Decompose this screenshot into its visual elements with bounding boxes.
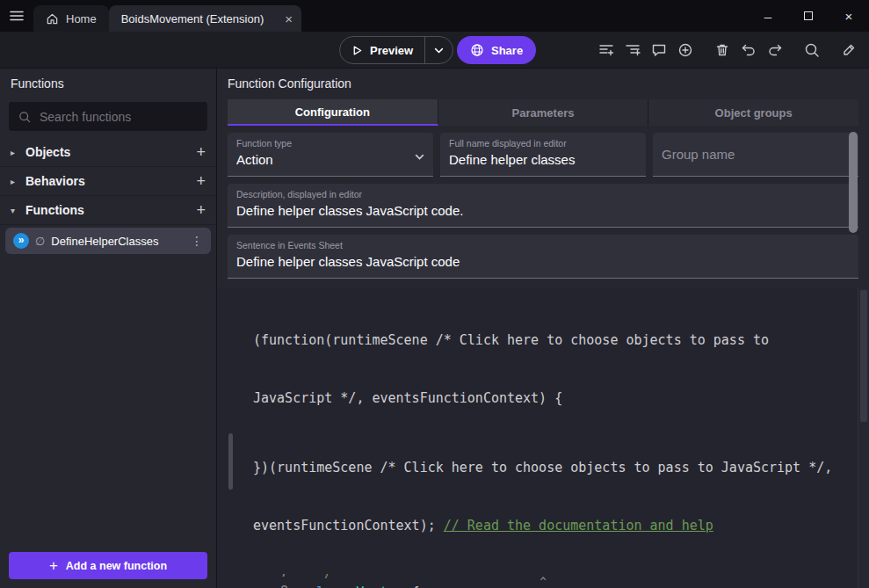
sidebar-title: Functions — [0, 69, 216, 97]
delete-button[interactable] — [709, 37, 735, 63]
pen-icon — [840, 41, 858, 59]
full-name-field[interactable]: Full name displayed in editor — [440, 133, 646, 177]
configuration-form: Function type Full name displayed in edi… — [217, 126, 869, 286]
undo-icon — [740, 41, 757, 59]
undo-button[interactable] — [735, 37, 762, 63]
add-new-function-label: Add a new function — [66, 560, 167, 572]
function-type-value[interactable] — [236, 152, 424, 167]
tree-section-label: Objects — [25, 145, 196, 159]
tab-project-label: BoidsMovement (Extension) — [121, 12, 264, 25]
search-input[interactable] — [40, 110, 199, 124]
function-configuration-panel: Function Configuration Configuration Par… — [217, 69, 869, 588]
tab-configuration[interactable]: Configuration — [228, 99, 438, 126]
functions-sidebar: Functions ▸ Objects + ▸ Behaviors + ▾ Fu… — [0, 69, 217, 588]
globe-icon — [470, 43, 484, 57]
sentence-label: Sentence in Events Sheet — [236, 240, 850, 250]
chevron-down-icon[interactable]: ▾ — [11, 206, 25, 215]
maximize-icon — [804, 11, 813, 20]
tab-home-label: Home — [66, 12, 97, 25]
comment-icon — [650, 41, 668, 59]
minimize-icon: – — [764, 9, 771, 24]
scroll-hint-icon: ^ — [540, 576, 546, 588]
tree-section-label: Behaviors — [25, 174, 196, 188]
documentation-link[interactable]: // Read the documentation and help — [444, 518, 713, 534]
minimize-button[interactable]: – — [748, 0, 788, 32]
full-name-label: Full name displayed in editor — [449, 138, 637, 149]
dropdown-caret-icon — [415, 152, 424, 162]
preview-button-group: Preview — [339, 36, 453, 64]
sidebar-item-objects[interactable]: ▸ Objects + — [0, 138, 216, 167]
search-icon — [803, 41, 821, 59]
choose-event-button[interactable] — [672, 37, 699, 63]
main-menu-button[interactable] — [0, 0, 33, 32]
close-tab-icon[interactable]: × — [285, 12, 293, 25]
share-button[interactable]: Share — [457, 36, 536, 64]
wrapper-line: (function(runtimeScene /* Click here to … — [253, 330, 816, 350]
function-type-select[interactable]: Function type — [228, 133, 433, 177]
redo-icon — [766, 41, 784, 59]
add-event-icon — [597, 41, 615, 59]
private-function-icon: ∅ — [35, 235, 45, 248]
add-circle-icon — [677, 41, 694, 59]
preview-button[interactable]: Preview — [340, 44, 424, 57]
description-input[interactable] — [236, 203, 850, 218]
code-wrapper-footer: })(runtimeScene /* Click here to choose … — [217, 417, 857, 574]
tab-project[interactable]: BoidsMovement (Extension) × — [109, 5, 301, 32]
tab-object-groups[interactable]: Object groups — [648, 99, 858, 126]
toolbar: Preview Share — [0, 32, 869, 69]
titlebar: Home BoidsMovement (Extension) × – × — [0, 0, 869, 32]
wrapper-line: JavaScript */, eventsFunctionContext) { — [253, 388, 816, 408]
trash-icon — [713, 41, 731, 59]
config-scrollbar-thumb[interactable] — [849, 132, 858, 233]
add-behavior-icon[interactable]: + — [196, 173, 206, 189]
edit-button[interactable] — [836, 37, 862, 63]
wrapper-line-text: eventsFunctionContext); — [253, 518, 444, 534]
sidebar-item-functions[interactable]: ▾ Functions + — [0, 196, 216, 225]
function-type-label: Function type — [236, 138, 424, 149]
app-window: Home BoidsMovement (Extension) × – × Pre… — [0, 0, 869, 588]
code-text[interactable]: class Vector { — [302, 582, 825, 588]
add-new-function-button[interactable]: + Add a new function — [9, 552, 207, 579]
sentence-field[interactable]: Sentence in Events Sheet — [228, 235, 858, 279]
kebab-menu-icon[interactable]: ⋮ — [191, 234, 203, 248]
group-name-input[interactable] — [662, 147, 850, 162]
play-icon — [351, 45, 363, 56]
share-label: Share — [491, 44, 523, 57]
search-button[interactable] — [799, 37, 825, 63]
sidebar-item-behaviors[interactable]: ▸ Behaviors + — [0, 167, 216, 196]
search-box — [9, 102, 207, 131]
tab-home[interactable]: Home — [33, 5, 109, 32]
chevron-right-icon[interactable]: ▸ — [11, 148, 25, 157]
home-icon — [46, 12, 59, 25]
add-function-icon[interactable]: + — [196, 202, 206, 218]
panel-title: Function Configuration — [217, 69, 869, 97]
close-window-button[interactable]: × — [829, 0, 869, 32]
group-name-field[interactable] — [653, 133, 858, 177]
editor-scrollbar-thumb[interactable] — [860, 290, 867, 422]
chevron-right-icon[interactable]: ▸ — [11, 177, 25, 186]
description-field[interactable]: Description, displayed in editor — [228, 184, 858, 228]
tree-section-label: Functions — [25, 203, 196, 217]
search-icon — [18, 110, 32, 124]
function-list-item-selected[interactable]: » ∅ DefineHelperClasses ⋮ — [5, 228, 211, 254]
tab-parameters[interactable]: Parameters — [438, 99, 649, 126]
add-comment-button[interactable] — [646, 37, 672, 63]
sentence-input[interactable] — [236, 254, 850, 269]
function-name: DefineHelperClasses — [51, 235, 185, 248]
full-name-input[interactable] — [449, 152, 637, 167]
maximize-button[interactable] — [788, 0, 829, 32]
window-controls: – × — [748, 0, 869, 32]
line-number: 8 — [217, 582, 288, 588]
hamburger-icon — [9, 8, 25, 24]
preview-label: Preview — [370, 44, 413, 57]
redo-button[interactable] — [762, 37, 788, 63]
close-icon: × — [845, 9, 853, 24]
add-subevent-button[interactable] — [619, 37, 646, 63]
add-object-icon[interactable]: + — [196, 144, 206, 160]
editor-left-scrollbar-thumb[interactable] — [228, 433, 233, 490]
editor-scrollbar[interactable] — [858, 287, 869, 588]
preview-options-button[interactable] — [425, 46, 453, 55]
javascript-code-editor[interactable]: (function(runtimeScene /* Click here to … — [217, 287, 869, 588]
add-event-button[interactable] — [593, 37, 619, 63]
chevron-down-icon — [434, 46, 444, 55]
